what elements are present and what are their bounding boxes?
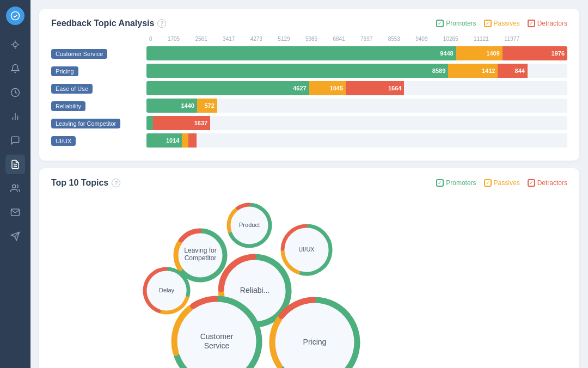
bar-area: 1014: [146, 133, 567, 148]
clock-icon[interactable]: [5, 83, 25, 102]
axis-label: 5985: [305, 36, 317, 42]
topics-legend-detractors[interactable]: ✓ Detractors: [528, 179, 567, 187]
topics-legend-promoters[interactable]: ✓ Promoters: [436, 179, 476, 187]
promoters-check-icon: ✓: [436, 20, 444, 27]
detractors-check-icon: ✓: [528, 20, 535, 27]
axis-label: 11121: [474, 36, 489, 42]
topics-card: Top 10 Topics ? ✓ Promoters ✓ Passives ✓…: [39, 168, 579, 368]
promoters-segment: 4627: [146, 81, 309, 95]
legend-promoters[interactable]: ✓ Promoters: [436, 20, 476, 27]
users-icon[interactable]: [5, 179, 25, 198]
bar-row: UI/UX1014: [51, 133, 567, 148]
topics-legend-passives[interactable]: ✓ Passives: [484, 179, 520, 187]
main-content: Feedback Topic Analysis ? ✓ Promoters ✓ …: [30, 0, 588, 368]
axis-labels: 0170525613417427351295985684176978553940…: [149, 36, 519, 42]
svg-point-8: [13, 185, 16, 188]
send-icon[interactable]: [5, 226, 25, 246]
promoters-segment: 1014: [146, 133, 182, 148]
tag-label: Customer Service: [51, 49, 107, 59]
tag-label: Reliability: [51, 101, 85, 111]
feedback-info-icon[interactable]: ?: [157, 19, 166, 28]
svg-point-1: [13, 42, 17, 47]
axis-label: 5129: [278, 36, 290, 42]
passives-segment: 1045: [309, 81, 346, 95]
detractors-segment: 844: [498, 64, 527, 78]
svg-text:Reliabi...: Reliabi...: [240, 286, 270, 295]
axis-label: 3417: [223, 36, 235, 42]
topics-title-text: Top 10 Topics: [51, 178, 108, 188]
bubble-svg: ProductLeaving forCompetitorUI/UXReliabi…: [51, 195, 567, 368]
passives-segment: [182, 133, 188, 148]
axis-row: 0170525613417427351295985684176978553940…: [51, 36, 567, 42]
bar-area: 944814091976: [146, 46, 567, 60]
promoters-label: Promoters: [446, 20, 476, 27]
promoters-segment: 1440: [146, 99, 197, 113]
axis-label: 9409: [415, 36, 427, 42]
bar-tag: UI/UX: [51, 136, 146, 146]
bar-tag: Leaving for Competitor: [51, 118, 146, 128]
bars-container: Customer Service944814091976Pricing85891…: [51, 46, 567, 148]
topics-detractors-check-icon: ✓: [528, 179, 535, 187]
axis-label: 10265: [443, 36, 458, 42]
axis-label: 0: [149, 36, 152, 42]
topics-card-header: Top 10 Topics ? ✓ Promoters ✓ Passives ✓…: [51, 178, 567, 188]
promoters-sliver: [146, 116, 153, 130]
bar-tag: Reliability: [51, 101, 146, 111]
legend-detractors[interactable]: ✓ Detractors: [528, 20, 567, 27]
feedback-title-text: Feedback Topic Analysis: [51, 19, 154, 28]
svg-point-0: [11, 12, 20, 20]
bar-area: 85891412844: [146, 64, 567, 78]
topics-passives-check-icon: ✓: [484, 179, 492, 187]
sidebar: [0, 0, 30, 368]
bar-area: 1440572: [146, 99, 567, 113]
detractors-segment: [188, 133, 197, 148]
svg-text:Delay: Delay: [159, 287, 175, 293]
bubble-chart: ProductLeaving forCompetitorUI/UXReliabi…: [51, 195, 567, 368]
bar-row: Pricing85891412844: [51, 64, 567, 78]
axis-label: 1705: [168, 36, 180, 42]
passives-segment: 572: [197, 99, 217, 113]
feedback-title: Feedback Topic Analysis ?: [51, 19, 166, 28]
topics-legend: ✓ Promoters ✓ Passives ✓ Detractors: [436, 179, 567, 187]
topics-detractors-label: Detractors: [537, 179, 567, 187]
svg-text:UI/UX: UI/UX: [298, 246, 315, 253]
bar-row: Customer Service944814091976: [51, 46, 567, 60]
axis-label: 7697: [360, 36, 372, 42]
passives-check-icon: ✓: [484, 20, 492, 27]
svg-text:Pricing: Pricing: [303, 338, 327, 346]
bar-tag: Ease of Use: [51, 83, 146, 94]
detractors-label: Detractors: [537, 20, 567, 27]
axis-label: 4273: [250, 36, 262, 42]
tag-label: Leaving for Competitor: [51, 119, 120, 128]
app-logo[interactable]: [6, 7, 24, 25]
passives-segment: 1412: [448, 64, 498, 78]
bar-tag: Pricing: [51, 66, 146, 76]
promoters-segment: 9448: [146, 46, 456, 60]
passives-label: Passives: [494, 20, 520, 27]
axis-label: 11977: [504, 36, 519, 42]
topics-promoters-check-icon: ✓: [436, 179, 444, 187]
detractors-segment: 1637: [153, 116, 211, 130]
topics-info-icon[interactable]: ?: [112, 179, 120, 187]
legend-passives[interactable]: ✓ Passives: [484, 20, 520, 27]
document-icon[interactable]: [5, 155, 25, 174]
detractors-segment: 1976: [503, 46, 567, 60]
tag-label: UI/UX: [51, 136, 76, 146]
bar-row: Ease of Use462710451664: [51, 81, 567, 95]
bar-tag: Customer Service: [51, 48, 146, 59]
bar-chart-icon[interactable]: [5, 107, 25, 126]
mail-icon[interactable]: [5, 203, 25, 222]
axis-label: 8553: [388, 36, 400, 42]
message-icon[interactable]: [5, 131, 25, 150]
promoters-segment: 8589: [146, 64, 448, 78]
bell-icon[interactable]: [5, 59, 25, 78]
feedback-card-header: Feedback Topic Analysis ? ✓ Promoters ✓ …: [51, 19, 567, 28]
topics-title: Top 10 Topics ?: [51, 178, 120, 188]
bar-row: Reliability1440572: [51, 99, 567, 113]
topics-passives-label: Passives: [494, 179, 520, 187]
feedback-card: Feedback Topic Analysis ? ✓ Promoters ✓ …: [39, 9, 579, 161]
home-icon[interactable]: [5, 35, 25, 54]
svg-text:CustomerService: CustomerService: [200, 332, 234, 350]
axis-label: 6841: [333, 36, 345, 42]
bar-area: 1637: [146, 116, 567, 130]
